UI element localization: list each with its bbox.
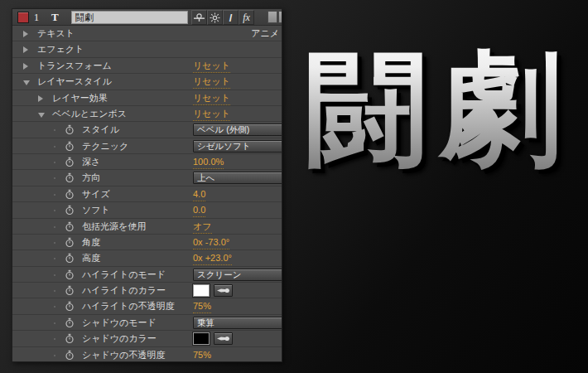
altitude-value[interactable]: 0x +23.0° [193, 252, 232, 265]
sun-icon [210, 12, 220, 23]
layer-number: 1 [34, 9, 39, 26]
row-angle[interactable]: 角度 0x -73.0° [12, 235, 282, 250]
fx-icon: fx [243, 12, 250, 22]
row-transform[interactable]: トランスフォーム リセット [12, 58, 282, 74]
column-dot [54, 355, 55, 356]
row-layer-styles[interactable]: レイヤースタイル リセット [12, 74, 282, 90]
group-label: テキスト [37, 26, 75, 41]
row-technique[interactable]: テクニック シゼルソフト [12, 138, 282, 154]
column-dot [54, 274, 55, 276]
row-soften[interactable]: ソフト 0.0 [12, 202, 282, 218]
shadow-mode-dropdown[interactable]: 乗算 [193, 317, 282, 329]
group-label: エフェクト [37, 41, 84, 57]
property-label: ハイライトのカラー [82, 283, 166, 298]
shy-switch[interactable] [191, 10, 207, 25]
row-direction[interactable]: 方向 上へ [12, 170, 282, 186]
row-highlight-opacity[interactable]: ハイライトの不透明度 75% [12, 298, 282, 314]
highlight-opacity-value[interactable]: 75% [193, 300, 211, 313]
property-label: シャドウのモード [82, 315, 157, 331]
composition-preview-text: 闘劇 [292, 15, 588, 201]
column-dot [54, 162, 55, 163]
property-label: シャドウの不透明度 [82, 347, 165, 363]
quality-switch[interactable]: / [223, 10, 239, 25]
row-size[interactable]: サイズ 4.0 [12, 186, 282, 202]
column-dot [54, 258, 55, 259]
reset-link[interactable]: リセット [193, 75, 230, 89]
size-value[interactable]: 4.0 [193, 188, 205, 201]
layer-color-swatch[interactable] [17, 12, 29, 23]
group-label: レイヤースタイル [37, 74, 112, 90]
header-box-1[interactable] [267, 11, 277, 23]
shadow-color-swatch[interactable] [193, 332, 210, 345]
column-dot [54, 129, 55, 131]
column-dot [54, 226, 55, 228]
shy-icon [193, 12, 205, 22]
row-shadow-mode[interactable]: シャドウのモード 乗算 [12, 315, 282, 331]
disclosure-triangle-icon[interactable] [23, 31, 28, 37]
angle-value[interactable]: 0x -73.0° [193, 236, 229, 249]
effects-switch[interactable]: fx [239, 10, 254, 25]
layer-name-field[interactable]: 闘劇 [71, 11, 188, 24]
collapse-transformations-switch[interactable] [207, 10, 223, 25]
layer-switches: / fx [191, 10, 254, 25]
use-global-light-toggle[interactable]: オフ [193, 220, 212, 234]
property-label: 角度 [82, 235, 100, 250]
eyedropper-button[interactable] [214, 332, 233, 345]
technique-dropdown[interactable]: シゼルソフト [193, 140, 282, 153]
row-shadow-opacity[interactable]: シャドウの不透明度 75% [12, 347, 282, 363]
eyedropper-button[interactable] [214, 284, 233, 297]
quality-slash-icon: / [229, 12, 233, 23]
disclosure-triangle-icon[interactable] [23, 80, 30, 85]
property-label: 高度 [82, 250, 100, 266]
row-altitude[interactable]: 高度 0x +23.0° [12, 250, 282, 266]
disclosure-triangle-icon[interactable] [38, 113, 45, 118]
row-use-global-light[interactable]: 包括光源を使用 オフ [12, 219, 282, 235]
highlight-mode-dropdown[interactable]: スクリーン [193, 269, 282, 281]
highlight-color-swatch[interactable] [193, 284, 210, 297]
reset-link[interactable]: リセット [193, 92, 230, 105]
property-label: ハイライトのモード [82, 267, 166, 283]
depth-value[interactable]: 100.0% [193, 156, 224, 169]
property-label: ソフト [82, 202, 110, 218]
column-dot [54, 194, 55, 196]
disclosure-triangle-icon[interactable] [38, 95, 43, 102]
row-highlight-mode[interactable]: ハイライトのモード スクリーン [12, 267, 282, 283]
text-layer-icon: T [51, 9, 59, 26]
app-background: 1 T 闘劇 [0, 0, 588, 373]
row-effects[interactable]: エフェクト [12, 41, 282, 57]
property-label: 包括光源を使用 [82, 219, 146, 235]
disclosure-triangle-icon[interactable] [23, 63, 28, 70]
column-dot [54, 146, 55, 148]
reset-link[interactable]: リセット [193, 60, 230, 73]
column-dot [54, 306, 55, 308]
stopwatch-icon[interactable] [65, 350, 75, 363]
row-style[interactable]: スタイル ベベル (外側) [12, 122, 282, 138]
layer-header-row[interactable]: 1 T 闘劇 [12, 9, 282, 26]
row-text[interactable]: テキスト アニメ [12, 26, 282, 41]
row-highlight-color[interactable]: ハイライトのカラー [12, 283, 282, 298]
reset-link[interactable]: リセット [193, 108, 230, 121]
property-label: 深さ [82, 154, 100, 170]
disclosure-triangle-icon[interactable] [23, 46, 28, 53]
eyedropper-icon [216, 287, 230, 294]
style-dropdown[interactable]: ベベル (外側) [193, 124, 282, 136]
direction-dropdown[interactable]: 上へ [193, 172, 282, 184]
row-layer-effects[interactable]: レイヤー効果 リセット [12, 90, 282, 106]
property-label: テクニック [82, 138, 128, 154]
column-dot [54, 242, 55, 244]
column-dot [54, 177, 55, 179]
group-label: レイヤー効果 [52, 90, 108, 106]
row-shadow-color[interactable]: シャドウのカラー [12, 331, 282, 346]
row-depth[interactable]: 深さ 100.0% [12, 154, 282, 170]
eyedropper-icon [216, 335, 230, 342]
column-dot [54, 290, 55, 292]
property-label: 方向 [82, 170, 100, 186]
header-box-2[interactable] [278, 11, 282, 23]
animate-label[interactable]: アニメ [251, 26, 279, 41]
property-label: ハイライトの不透明度 [82, 298, 175, 314]
column-dot [54, 338, 55, 340]
shadow-opacity-value[interactable]: 75% [193, 349, 211, 362]
row-bevel-emboss[interactable]: ベベルとエンボス リセット [12, 106, 282, 122]
soften-value[interactable]: 0.0 [193, 204, 205, 217]
column-dot [54, 210, 55, 211]
